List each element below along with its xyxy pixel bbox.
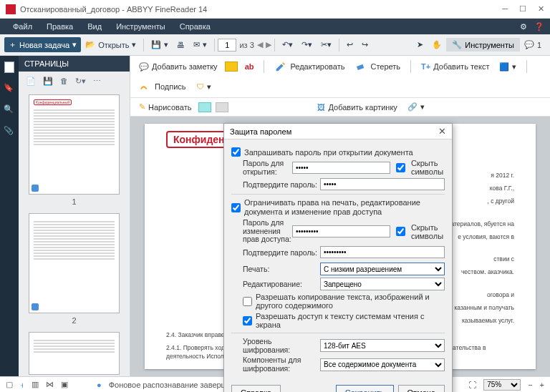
- rotate-page-icon[interactable]: ↻▾: [75, 77, 86, 86]
- thumbnail-2[interactable]: [29, 213, 120, 313]
- settings-icon[interactable]: ⚙: [520, 22, 527, 31]
- email-button[interactable]: ✉▾: [189, 38, 211, 52]
- wrench-icon: 🔧: [452, 40, 462, 49]
- hide-symbols-1[interactable]: [396, 163, 405, 172]
- delete-page-icon[interactable]: 🗑: [60, 77, 68, 85]
- rotate-left-button[interactable]: ↶▾: [278, 38, 297, 52]
- view-mode-3[interactable]: ▥: [32, 380, 39, 389]
- stamp-button[interactable]: 🟦▾: [496, 61, 519, 73]
- permissions-password-input[interactable]: [292, 225, 390, 237]
- redo-button[interactable]: ↪: [357, 38, 372, 52]
- next-page-button[interactable]: ▶: [266, 40, 271, 49]
- view-mode-1[interactable]: ▢: [6, 380, 13, 389]
- encryption-level-select[interactable]: 128-бит AES: [320, 339, 445, 352]
- tools-toggle[interactable]: 🔧 Инструменты: [446, 38, 520, 52]
- menu-tools[interactable]: Инструменты: [109, 20, 173, 33]
- left-rail: 🔖 🔍 📎: [0, 56, 19, 376]
- require-password-checkbox[interactable]: [231, 147, 241, 157]
- hand-button[interactable]: ✋: [428, 38, 446, 52]
- view-mode-2[interactable]: ⫞: [20, 381, 24, 389]
- maximize-button[interactable]: ☐: [519, 4, 526, 14]
- confirm-password-input[interactable]: [320, 178, 445, 190]
- main-toolbar: ＋ Новая задача ▾ 📂 Открыть ▾ 💾▾ 🖶 ✉▾ из …: [0, 34, 550, 56]
- comment-icon: 💬: [524, 40, 534, 49]
- open-button[interactable]: 📂 Открыть ▾: [81, 38, 140, 52]
- view-mode-5[interactable]: ▣: [61, 380, 68, 389]
- dialog-titlebar: Защита паролем ✕: [224, 124, 452, 139]
- open-password-input[interactable]: [292, 162, 390, 174]
- password-protection-dialog: Защита паролем ✕ Запрашивать пароль при …: [223, 123, 453, 392]
- hide-symbols-2[interactable]: [396, 227, 405, 236]
- sidebar: СТРАНИЦЫ 📄 💾 🗑 ↻▾ ⋯ Конфиденциальный 1 2: [19, 56, 130, 376]
- minimize-button[interactable]: ─: [502, 4, 508, 14]
- zoom-out-button[interactable]: −: [528, 381, 532, 389]
- more-icon[interactable]: ⋯: [93, 77, 101, 86]
- menu-edit[interactable]: Правка: [39, 20, 80, 33]
- prev-page-button[interactable]: ◀: [257, 40, 263, 49]
- save-dialog-button[interactable]: Сохранить: [336, 385, 394, 392]
- eraser-icon: [354, 60, 367, 73]
- add-image-button[interactable]: 🖼Добавить картинку: [314, 102, 400, 113]
- rotate-right-button[interactable]: ↷▾: [297, 38, 317, 52]
- help-button[interactable]: Справка: [231, 385, 281, 392]
- search-rail-icon[interactable]: 🔍: [4, 104, 15, 116]
- close-button[interactable]: ✕: [538, 4, 544, 14]
- save-button[interactable]: 💾▾: [147, 38, 173, 52]
- status-message: Фоновое распознавание завершено: [109, 381, 241, 389]
- add-page-icon[interactable]: 📄: [26, 77, 36, 86]
- zoom-in-button[interactable]: +: [540, 381, 544, 389]
- fit-width-button[interactable]: ⛶: [468, 381, 476, 389]
- crop-button[interactable]: ✂▾: [317, 38, 336, 52]
- undo-button[interactable]: ↩: [342, 38, 357, 52]
- print-button[interactable]: 🖶: [173, 39, 189, 52]
- thumbnail-3[interactable]: [29, 332, 120, 375]
- editing-select[interactable]: Запрещено: [320, 278, 445, 290]
- menu-view[interactable]: Вид: [80, 20, 109, 33]
- view-mode-4[interactable]: ⋈: [46, 380, 54, 389]
- shield-icon: 🛡: [196, 82, 204, 91]
- link-icon: 🔗: [407, 102, 418, 112]
- page-total: из 3: [239, 41, 254, 49]
- thumbnail-1[interactable]: Конфиденциальный: [29, 94, 120, 195]
- menubar: Файл Правка Вид Инструменты Справка ⚙ ❓: [0, 19, 550, 34]
- pointer-button[interactable]: ➤: [412, 38, 428, 52]
- print-select[interactable]: С низким разрешением: [320, 263, 445, 275]
- cancel-dialog-button[interactable]: Отмена: [398, 385, 445, 392]
- new-task-button[interactable]: ＋ Новая задача ▾: [4, 37, 81, 52]
- edit-ribbon-2: ✎Нарисовать 🖼Добавить картинку 🔗▾: [130, 98, 550, 117]
- shield-button[interactable]: 🛡▾: [193, 81, 214, 93]
- zoom-select[interactable]: 75%: [483, 379, 521, 391]
- add-text-button[interactable]: T+Добавить текст: [418, 61, 492, 72]
- allow-copy-checkbox[interactable]: [243, 297, 252, 306]
- restrict-checkbox[interactable]: [231, 203, 241, 212]
- pages-rail-icon[interactable]: [4, 62, 14, 73]
- comments-button[interactable]: 💬 1: [520, 38, 546, 52]
- confirm-permissions-input[interactable]: [320, 246, 445, 258]
- link-button[interactable]: 🔗▾: [405, 101, 428, 113]
- save-page-icon[interactable]: 💾: [43, 77, 53, 86]
- page-number-input[interactable]: [218, 39, 236, 52]
- draw-button[interactable]: ✎Нарисовать: [136, 101, 194, 113]
- allow-reader-checkbox[interactable]: [243, 316, 252, 325]
- sign-button[interactable]: Подпись: [136, 79, 189, 94]
- help-icon[interactable]: ❓: [534, 22, 544, 31]
- bookmarks-rail-icon[interactable]: 🔖: [4, 83, 15, 94]
- pencil-icon: ✎: [139, 102, 145, 112]
- highlight-yellow[interactable]: [225, 62, 238, 72]
- text-box-button[interactable]: [216, 102, 228, 112]
- edit-icon: [274, 60, 287, 73]
- text-icon: T+: [421, 62, 430, 71]
- menu-help[interactable]: Справка: [173, 20, 218, 33]
- plus-icon: ＋: [9, 39, 16, 50]
- add-note-button[interactable]: 💬Добавить заметку: [136, 61, 221, 73]
- underline-swatch[interactable]: [198, 102, 211, 112]
- chevron-down-icon: ▾: [132, 40, 136, 49]
- edit-text-button[interactable]: Редактировать: [271, 59, 347, 74]
- encryption-components-select[interactable]: Все содержимое документа: [320, 358, 445, 371]
- menu-file[interactable]: Файл: [6, 20, 39, 33]
- thumb-label-2: 2: [29, 316, 120, 325]
- attachments-rail-icon[interactable]: 📎: [4, 126, 15, 137]
- strikethrough-button[interactable]: ab: [242, 61, 257, 72]
- erase-button[interactable]: Стереть: [352, 59, 403, 74]
- dialog-close-button[interactable]: ✕: [438, 126, 446, 137]
